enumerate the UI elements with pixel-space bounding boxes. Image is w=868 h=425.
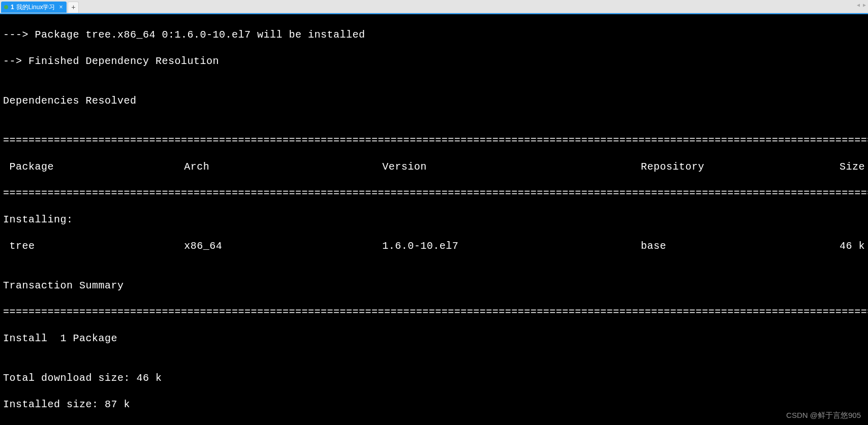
rule: ========================================… — [3, 134, 865, 147]
col-package: Package — [3, 160, 184, 174]
output-line: Installed size: 87 k — [3, 398, 865, 411]
tab-index: 1 — [11, 4, 14, 11]
tab-bar: 1 我的Linux学习 × + ◀ ▶ — [0, 0, 868, 13]
col-size: Size — [796, 160, 865, 174]
output-line: --> Finished Dependency Resolution — [3, 55, 865, 68]
output-line: Transaction Summary — [3, 279, 865, 292]
output-line: Installing: — [3, 213, 865, 226]
tab-title: 我的Linux学习 — [16, 3, 55, 12]
output-line: Total download size: 46 k — [3, 372, 865, 385]
output-line: Install 1 Package — [3, 332, 865, 345]
nav-left-icon[interactable]: ◀ — [857, 2, 860, 8]
output-line: ---> Package tree.x86_64 0:1.6.0-10.el7 … — [3, 28, 865, 42]
table-header: Package Arch Version Repository Size — [3, 160, 865, 174]
col-repository: Repository — [641, 160, 796, 174]
output-line: Dependencies Resolved — [3, 94, 865, 108]
col-version: Version — [382, 160, 641, 174]
col-arch: Arch — [184, 160, 382, 174]
tab-nav: ◀ ▶ — [857, 2, 866, 8]
watermark: CSDN @鲜于言悠905 — [786, 409, 861, 422]
cell-size: 46 k — [796, 240, 865, 253]
cell-arch: x86_64 — [184, 240, 382, 253]
terminal-output[interactable]: ---> Package tree.x86_64 0:1.6.0-10.el7 … — [0, 13, 868, 425]
tab-active[interactable]: 1 我的Linux学习 × — [1, 2, 67, 13]
nav-right-icon[interactable]: ▶ — [863, 2, 866, 8]
cell-version: 1.6.0-10.el7 — [382, 240, 641, 253]
status-dot-icon — [4, 5, 8, 9]
rule: ========================================… — [3, 187, 865, 200]
table-row: tree x86_64 1.6.0-10.el7 base 46 k — [3, 240, 865, 253]
new-tab-button[interactable]: + — [68, 2, 79, 13]
close-icon[interactable]: × — [59, 4, 63, 11]
rule: ========================================… — [3, 306, 865, 319]
plus-icon: + — [71, 4, 75, 12]
cell-repository: base — [641, 240, 796, 253]
cell-package: tree — [3, 240, 184, 253]
